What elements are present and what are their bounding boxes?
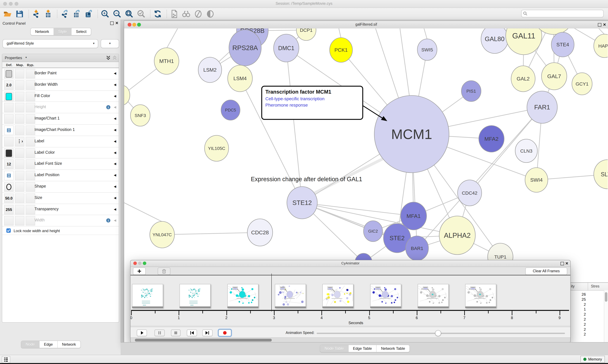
node-DMC1[interactable]: DMC1 xyxy=(274,34,299,62)
mapping-cell[interactable] xyxy=(15,103,24,112)
bypass-cell[interactable] xyxy=(26,171,35,180)
default-value-cell[interactable] xyxy=(4,148,14,158)
export-table-icon[interactable] xyxy=(72,10,81,18)
expand-property-icon[interactable]: ◀ xyxy=(114,105,116,109)
bypass-cell[interactable] xyxy=(26,126,35,135)
node-GAL2[interactable]: GAL2 xyxy=(511,66,535,92)
table-cell[interactable]: 2 xyxy=(570,322,586,327)
task-history-button[interactable] xyxy=(2,356,10,363)
network-window-titlebar[interactable]: galFiltered.sif ✕ xyxy=(124,21,608,29)
skip-to-start-button[interactable] xyxy=(187,329,197,336)
node-STE4[interactable]: STE4 xyxy=(551,32,574,57)
frame-thumbnail-4[interactable] xyxy=(322,284,353,308)
import-table-icon[interactable] xyxy=(44,10,53,18)
speed-slider-knob[interactable] xyxy=(435,330,441,336)
table-cell[interactable]: 26 xyxy=(570,292,586,297)
node-DCP1[interactable]: DCP1 xyxy=(296,28,316,40)
annotation-box[interactable]: Transcription factor MCM1 Cell-type-spec… xyxy=(261,86,363,120)
expand-property-icon[interactable]: ◀ xyxy=(114,207,116,211)
tab-style[interactable]: Style xyxy=(54,28,71,35)
default-value-cell[interactable] xyxy=(4,171,14,180)
expand-property-icon[interactable]: ◀ xyxy=(114,151,116,154)
frame-thumbnail-6[interactable] xyxy=(418,284,449,308)
import-network-icon[interactable] xyxy=(32,10,41,18)
property-row-border-width[interactable]: 2.0Border Width◀ xyxy=(2,79,119,91)
record-button[interactable] xyxy=(219,329,231,336)
default-value-cell[interactable] xyxy=(4,114,14,124)
frame-thumbnail-2[interactable] xyxy=(227,284,258,308)
mapping-cell[interactable] xyxy=(15,171,24,180)
zoom-out-icon[interactable]: − xyxy=(113,10,122,18)
node-GIC2[interactable]: GIC2 xyxy=(363,221,383,242)
close-network-x-icon[interactable]: ✕ xyxy=(603,23,606,26)
table-cell[interactable]: 2 xyxy=(570,317,586,322)
node-SNF3[interactable]: SNF3 xyxy=(130,105,150,126)
open-folder-icon[interactable] xyxy=(3,10,12,18)
bypass-cell[interactable] xyxy=(26,91,35,101)
property-row-border-paint[interactable]: Border Paint◀ xyxy=(2,68,119,79)
cyanimator-titlebar[interactable]: CyAnimator ✕ xyxy=(130,260,570,267)
default-value-cell[interactable]: 50.0 xyxy=(4,194,14,203)
node-YIL105C[interactable]: YIL105C xyxy=(205,135,229,161)
default-value-cell[interactable] xyxy=(4,137,14,146)
expand-property-icon[interactable]: ◀ xyxy=(114,128,116,131)
collapse-all-icon[interactable] xyxy=(112,55,117,60)
table-cell[interactable]: 2 xyxy=(570,302,586,307)
panel-tab-node[interactable]: Node xyxy=(21,341,40,348)
tab-edge-table[interactable]: Edge Table xyxy=(348,345,377,352)
info-icon[interactable]: i xyxy=(106,218,111,224)
binoculars-icon[interactable] xyxy=(182,10,191,18)
style-selector[interactable]: galFiltered Style ▼ xyxy=(2,39,98,48)
bypass-cell[interactable] xyxy=(26,137,35,146)
expand-property-icon[interactable]: ◀ xyxy=(114,196,116,200)
property-row-width[interactable]: Widthi◀ xyxy=(2,215,119,227)
property-row-label-color[interactable]: Label Color◀ xyxy=(2,147,119,159)
lock-size-checkbox[interactable] xyxy=(6,228,11,233)
default-value-cell[interactable] xyxy=(4,91,14,101)
zoom-in-icon[interactable]: + xyxy=(101,10,110,18)
node-SLIVL[interactable] xyxy=(124,85,130,105)
table-cell[interactable]: 2 xyxy=(570,327,586,332)
property-row-label[interactable]: ⋮›Label◀ xyxy=(2,136,119,147)
property-row-image-chart-1[interactable]: Image/Chart 1◀ xyxy=(2,113,119,125)
bypass-cell[interactable] xyxy=(26,182,35,192)
table-col-stress[interactable]: Stres xyxy=(591,284,599,288)
expand-property-icon[interactable]: ◀ xyxy=(114,71,116,75)
property-row-label-position[interactable]: Label Position◀ xyxy=(2,170,119,181)
node-SWI5[interactable]: SWI5 xyxy=(417,39,437,60)
save-icon[interactable] xyxy=(15,10,24,18)
close-panel-icon[interactable]: ✕ xyxy=(115,22,118,25)
tab-network[interactable]: Network xyxy=(31,28,54,35)
node-MFA2[interactable]: MFA2 xyxy=(479,126,504,152)
mapping-cell[interactable] xyxy=(15,69,24,78)
network-document-icon[interactable] xyxy=(170,10,179,18)
default-value-cell[interactable]: 2.0 xyxy=(4,80,14,90)
node-YNL047C[interactable]: YNL047C xyxy=(150,221,175,248)
edge-CDC28-YNL047C[interactable] xyxy=(162,233,260,235)
info-icon[interactable]: i xyxy=(106,105,111,111)
timeline-hscrollbar[interactable] xyxy=(130,338,570,342)
node-HAP2[interactable]: HAP2 xyxy=(594,34,608,58)
show-graphics-icon[interactable] xyxy=(206,10,215,18)
node-BAR1[interactable]: BAR1 xyxy=(406,236,428,260)
scrollbar-thumb[interactable] xyxy=(605,292,607,302)
node-GAL7[interactable]: GAL7 xyxy=(541,63,567,90)
pause-button[interactable] xyxy=(154,329,165,336)
delete-frame-button[interactable] xyxy=(158,268,170,275)
memory-button[interactable]: Memory xyxy=(580,356,605,363)
node-CDC28[interactable]: CDC28 xyxy=(247,219,273,246)
float-network-icon[interactable] xyxy=(598,23,601,26)
bypass-cell[interactable] xyxy=(26,159,35,169)
mapping-cell[interactable] xyxy=(15,91,24,101)
tab-network-table[interactable]: Network Table xyxy=(377,345,410,352)
frame-thumbnail-1[interactable] xyxy=(180,284,211,308)
node-CDC42[interactable]: CDC42 xyxy=(457,180,482,206)
node-LSM4[interactable]: LSM4 xyxy=(228,65,252,92)
property-row-height[interactable]: Heighti◀ xyxy=(2,102,119,113)
bypass-cell[interactable] xyxy=(26,69,35,78)
node-RPS28A[interactable]: RPS28A xyxy=(229,30,261,66)
frame-thumbnail-5[interactable] xyxy=(370,284,401,308)
expand-property-icon[interactable]: ◀ xyxy=(114,140,116,143)
annotation-link[interactable]: Pheromone response xyxy=(265,103,359,107)
node-GAL80[interactable]: GAL80 xyxy=(481,28,508,53)
